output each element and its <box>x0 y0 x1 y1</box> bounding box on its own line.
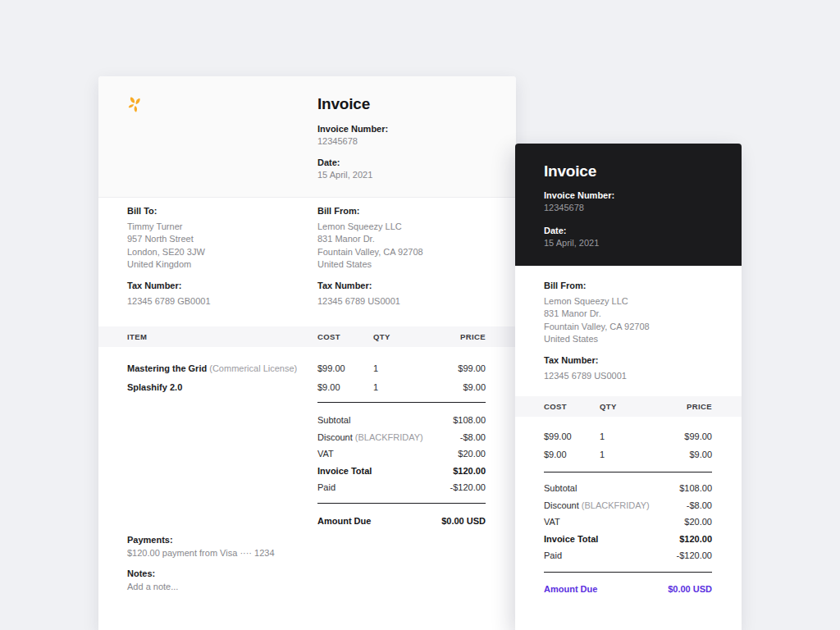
invoice-number-label: Invoice Number: <box>544 190 614 200</box>
item-qty-cell: 1 <box>373 363 378 374</box>
item-price-cell: $99.00 <box>684 431 712 442</box>
totals-divider <box>317 402 486 403</box>
item-cost-cell: $99.00 <box>317 363 345 374</box>
bill-from-line: Lemon Squeezy LLC <box>317 221 494 233</box>
paid-row: Paid -$120.00 <box>515 550 742 562</box>
tax-number-value: 12345 6789 US0001 <box>544 370 720 381</box>
discount-row: Discount (BLACKFRIDAY) -$8.00 <box>98 432 516 444</box>
column-header-price: PRICE <box>460 326 486 347</box>
item-name-cell: Mastering the Grid (Commerical License) <box>127 363 297 374</box>
tax-number-value: 12345 6789 US0001 <box>317 295 494 307</box>
column-header-price: PRICE <box>687 396 712 417</box>
bill-from-line: Fountain Valley, CA 92708 <box>544 321 720 333</box>
amount-due-label: Amount Due <box>544 584 597 594</box>
bill-to-block: Bill To: Timmy Turner 957 North Street L… <box>127 205 304 307</box>
table-header-row: COST QTY PRICE <box>515 396 742 417</box>
bill-from-line: Fountain Valley, CA 92708 <box>317 246 494 258</box>
item-cost-cell: $9.00 <box>317 382 340 393</box>
invoice-title: Invoice <box>317 95 370 113</box>
amount-due-divider <box>544 572 712 573</box>
bill-from-block: Bill From: Lemon Squeezy LLC 831 Manor D… <box>317 205 494 307</box>
item-name-cell: Splashify 2.0 <box>127 382 182 393</box>
subtotal-row: Subtotal $108.00 <box>515 483 742 495</box>
invoice-total-row: Invoice Total $120.00 <box>98 466 516 477</box>
amount-due-value: $0.00 USD <box>668 584 712 594</box>
notes-label: Notes: <box>127 568 155 578</box>
bill-to-line: London, SE20 3JW <box>127 246 304 258</box>
invoice-total-row: Invoice Total $120.00 <box>515 534 742 546</box>
item-price-cell: $9.00 <box>463 382 486 393</box>
date-value: 15 April, 2021 <box>317 170 372 180</box>
amount-due-row: Amount Due $0.00 USD <box>98 516 516 527</box>
bill-from-line: United States <box>317 258 494 271</box>
bill-to-line: Timmy Turner <box>127 221 304 233</box>
bill-from-line: 831 Manor Dr. <box>544 308 720 320</box>
invoice-number-value: 12345678 <box>317 136 358 146</box>
vat-row: VAT $20.00 <box>515 517 742 528</box>
date-label: Date: <box>317 158 340 167</box>
bill-to-line: 957 North Street <box>127 233 304 245</box>
paid-row: Paid -$120.00 <box>98 482 516 494</box>
item-qty-cell: 1 <box>600 450 605 460</box>
amount-due-label: Amount Due <box>317 516 371 526</box>
column-header-qty: QTY <box>600 396 617 417</box>
invoice-number-label: Invoice Number: <box>317 124 388 134</box>
item-cost-cell: $99.00 <box>544 431 572 442</box>
invoice-header-section: Invoice Invoice Number: 12345678 Date: 1… <box>98 76 516 198</box>
amount-due-row: Amount Due $0.00 USD <box>515 584 742 596</box>
bill-from-line: United States <box>544 333 720 345</box>
column-header-qty: QTY <box>373 326 390 347</box>
bill-to-line: United Kingdom <box>127 258 304 271</box>
subtotal-row: Subtotal $108.00 <box>98 415 516 427</box>
invoice-card-light: Invoice Invoice Number: 12345678 Date: 1… <box>98 76 516 630</box>
tax-number-label: Tax Number: <box>127 280 304 291</box>
item-qty-cell: 1 <box>600 431 605 442</box>
bill-to-label: Bill To: <box>127 205 304 217</box>
notes-input-placeholder[interactable]: Add a note... <box>127 582 178 591</box>
bill-from-label: Bill From: <box>317 205 494 217</box>
bill-from-line: Lemon Squeezy LLC <box>544 295 720 308</box>
table-header-row: ITEM COST QTY PRICE <box>98 326 516 347</box>
item-cost-cell: $9.00 <box>544 450 567 460</box>
payments-label: Payments: <box>127 535 173 545</box>
totals-divider <box>544 472 712 472</box>
bill-from-line: 831 Manor Dr. <box>317 233 494 245</box>
item-price-cell: $9.00 <box>689 450 712 460</box>
discount-row: Discount (BLACKFRIDAY) -$8.00 <box>515 500 742 512</box>
vat-row: VAT $20.00 <box>98 449 516 460</box>
date-label: Date: <box>544 226 567 235</box>
payments-value: $120.00 payment from Visa ···· 1234 <box>127 548 275 558</box>
bill-from-block: Bill From: Lemon Squeezy LLC 831 Manor D… <box>544 280 720 381</box>
date-value: 15 April, 2021 <box>544 238 599 248</box>
column-header-cost: COST <box>544 396 567 417</box>
invoice-card-dark-header: Invoice Invoice Number: 12345678 Date: 1… <box>515 144 742 630</box>
column-header-item: ITEM <box>127 326 147 347</box>
column-header-cost: COST <box>317 326 340 347</box>
tax-number-value: 12345 6789 GB0001 <box>127 295 304 307</box>
amount-due-divider <box>317 503 486 504</box>
item-price-cell: $99.00 <box>458 363 486 374</box>
invoice-title: Invoice <box>544 162 596 180</box>
amount-due-value: $0.00 USD <box>441 516 486 526</box>
invoice-number-value: 12345678 <box>544 203 584 212</box>
lemon-logo-icon <box>127 95 145 118</box>
item-qty-cell: 1 <box>373 382 378 393</box>
bill-from-label: Bill From: <box>544 280 720 291</box>
tax-number-label: Tax Number: <box>317 280 494 291</box>
invoice-header-section-dark: Invoice Invoice Number: 12345678 Date: 1… <box>515 144 742 266</box>
tax-number-label: Tax Number: <box>544 354 720 366</box>
